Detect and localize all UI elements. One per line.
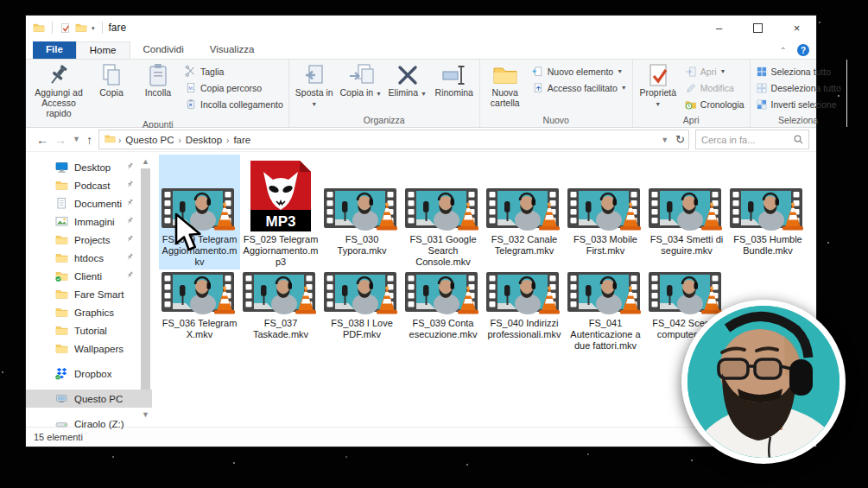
file-item[interactable]: FS_030 Typora.mkv [321, 155, 402, 269]
select-all-button[interactable]: Seleziona tutto [752, 63, 845, 79]
breadcrumb-item[interactable]: fare [230, 135, 254, 145]
select-all-icon [756, 66, 768, 78]
chevron-down-icon: ▼ [376, 91, 382, 97]
rename-icon [441, 62, 467, 88]
ribbon-tab-row: FileHomeCondividiVisualizza ⌃ ? [26, 40, 816, 59]
copy-path-button[interactable]: M..Copia percorso [181, 79, 287, 96]
file-item[interactable]: FS_033 Mobile First.mkv [565, 155, 646, 269]
copy-to-button[interactable]: Copia in ▼ [338, 60, 384, 98]
pin-button[interactable]: Aggiungi ad Accesso rapido [29, 60, 88, 118]
sidebar-item-ciraolo-z-[interactable]: Ciraolo (Z:) [26, 415, 152, 433]
file-item[interactable]: FS_035 Humble Bundle.mkv [727, 155, 808, 269]
button-label: Taglia [200, 67, 224, 77]
up-button[interactable]: ↑ [86, 134, 92, 146]
scissors-button[interactable]: Taglia [181, 63, 287, 79]
folder-icon [55, 324, 68, 337]
edit-button[interactable]: Modifica [681, 79, 748, 96]
file-item[interactable]: FS_031 Google Search Console.mkv [402, 155, 484, 269]
address-dropdown-chevron-icon[interactable]: ▼ [661, 136, 668, 144]
file-item[interactable]: FS_032 Canale Telegram.mkv [484, 155, 565, 269]
search-input[interactable]: Cerca in fa... [695, 130, 809, 149]
file-item[interactable]: FS_036 Telegram X.mkv [159, 271, 240, 353]
close-button[interactable]: × [777, 16, 816, 40]
file-item[interactable]: MP3 FS_029 Telegram Aggiornamento.mp3 [240, 155, 321, 269]
breadcrumb[interactable]: ›Questo PC›Desktop›fare ▼ ↻ [98, 130, 689, 149]
tab-condividi[interactable]: Condividi [130, 41, 197, 59]
sidebar-item-tutorial[interactable]: Tutorial [26, 321, 152, 339]
folder-icon [55, 342, 68, 355]
sidebar-item-clienti[interactable]: Clienti [26, 267, 152, 285]
paste-shortcut-button[interactable]: Incolla collegamento [181, 96, 287, 112]
forward-button[interactable]: → [54, 134, 67, 146]
copy-icon [98, 62, 124, 88]
sidebar-item-podcast[interactable]: Podcast [26, 176, 152, 194]
copy-button[interactable]: Copia [88, 60, 135, 98]
explorer-folder-icon [33, 22, 45, 34]
new-folder-button[interactable]: Nuova cartella [482, 60, 529, 109]
file-name: FS_032 Canale Telegram.mkv [485, 234, 564, 257]
select-none-button[interactable]: Deseleziona tutto [752, 79, 845, 96]
file-item[interactable]: FS_037 Taskade.mkv [240, 271, 321, 353]
sidebar-item-dropbox[interactable]: Dropbox [26, 364, 152, 383]
video-thumbnail [405, 272, 481, 316]
separator [52, 22, 53, 34]
move-to-button[interactable]: Sposta in ▼ [291, 60, 338, 109]
paste-button[interactable]: Incolla [135, 60, 181, 98]
minimize-button[interactable]: – [700, 16, 738, 40]
properties-button[interactable]: Proprietà ▼ [635, 60, 681, 109]
breadcrumb-item[interactable]: Questo PC [122, 135, 177, 145]
sidebar-item-htdocs[interactable]: htdocs [26, 249, 152, 267]
pc-icon [55, 392, 68, 405]
breadcrumb-item[interactable]: Desktop [182, 135, 225, 145]
delete-button[interactable]: Elimina ▼ [384, 60, 431, 98]
video-thumbnail [567, 272, 643, 316]
refresh-icon[interactable]: ↻ [675, 133, 685, 146]
sidebar-item-questo-pc[interactable]: Questo PC [26, 390, 152, 408]
file-item[interactable]: FS_038 I Love PDF.mkv [321, 271, 402, 353]
sidebar-item-documenti[interactable]: Documenti [26, 194, 152, 212]
side-pin-icon [125, 180, 135, 189]
new-folder-icon[interactable] [75, 22, 87, 34]
window-title: fare [109, 22, 127, 34]
sidebar-item-projects[interactable]: Projects [26, 231, 152, 249]
rename-button[interactable]: Rinomina [431, 60, 478, 98]
video-thumbnail [243, 272, 319, 316]
history-button[interactable]: Cronologia [681, 96, 748, 112]
button-label: Copia in ▼ [340, 88, 382, 98]
paste-shortcut-icon [185, 98, 197, 111]
folder-icon [55, 306, 68, 319]
select-none-icon [756, 82, 768, 94]
tab-home[interactable]: Home [76, 41, 130, 59]
file-item[interactable]: FS_039 Conta esecuzione.mkv [402, 271, 484, 353]
help-icon[interactable]: ? [797, 44, 809, 56]
back-button[interactable]: ← [36, 134, 48, 146]
file-item[interactable]: FS_034 Smetti di seguire.mkv [646, 155, 727, 269]
invert-selection-button[interactable]: Inverti selezione [752, 96, 845, 112]
properties-check-icon[interactable] [60, 22, 71, 34]
minimize-ribbon-chevron-icon[interactable]: ⌃ [780, 46, 787, 55]
sidebar-item-immagini[interactable]: Immagini [26, 212, 152, 231]
sidebar-item-wallpapers[interactable]: Wallpapers [26, 339, 152, 358]
button-label: Seleziona tutto [771, 67, 831, 77]
tab-visualizza[interactable]: Visualizza [197, 41, 268, 59]
new-item-button[interactable]: Nuovo elemento▼ [529, 63, 630, 79]
maximize-button[interactable] [738, 16, 777, 40]
sidebar-item-fare-smart[interactable]: Fare Smart [26, 285, 152, 303]
documents-icon [55, 197, 68, 210]
video-thumbnail [486, 272, 562, 316]
pictures-icon [55, 215, 68, 228]
easy-access-button[interactable]: Accesso facilitato▼ [529, 79, 630, 96]
file-item[interactable]: FS_041 Autenticazione a due fattori.mkv [565, 271, 646, 353]
customize-chevron-icon[interactable]: ▾ [92, 25, 95, 31]
copy-to-icon [348, 62, 374, 88]
tab-file[interactable]: File [33, 41, 76, 59]
file-item[interactable]: FS_029 Telegram Aggiornamento.mkv [159, 155, 240, 269]
file-item[interactable]: FS_040 Indirizzi professionali.mkv [484, 271, 565, 353]
recent-locations-chevron-icon[interactable]: ▼ [73, 136, 80, 143]
video-thumbnail [730, 188, 806, 232]
sidebar-item-graphics[interactable]: Graphics [26, 303, 152, 321]
sidebar-item-desktop[interactable]: Desktop [26, 158, 152, 176]
ribbon-group-organizza: Sposta in ▼Copia in ▼Elimina ▼RinominaOr… [289, 60, 480, 127]
open-button[interactable]: Apri▼ [681, 63, 748, 79]
video-thumbnail [405, 188, 481, 232]
